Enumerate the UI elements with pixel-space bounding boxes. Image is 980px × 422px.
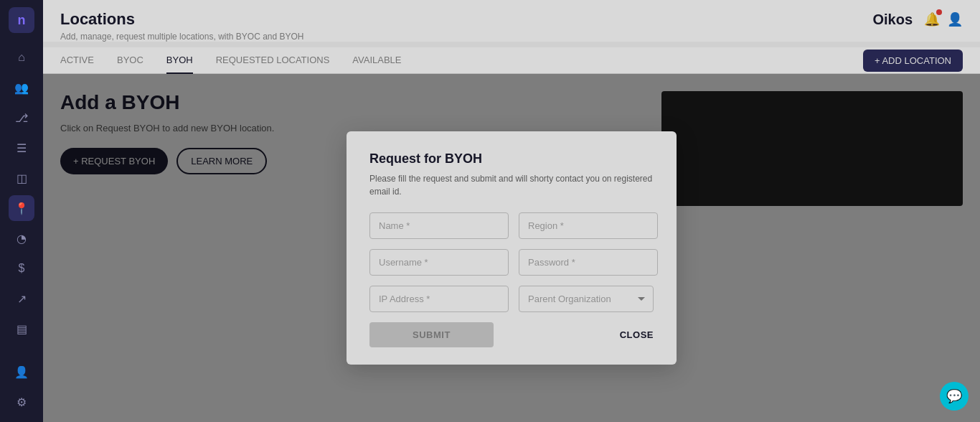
parent-org-select[interactable]: Parent Organization Option 1 Option 2 <box>519 286 654 312</box>
header-right: Oikos 🔔 👤 <box>872 11 963 28</box>
add-location-button[interactable]: + ADD LOCATION <box>863 50 963 72</box>
sidebar-item-dollar[interactable]: $ <box>9 255 34 281</box>
form-row-1 <box>369 212 654 239</box>
close-button[interactable]: CLOSE <box>620 329 654 340</box>
tab-byoh[interactable]: BYOH <box>166 47 193 74</box>
notification-badge <box>936 9 942 15</box>
logo-text: n <box>18 13 26 28</box>
ip-address-input[interactable] <box>369 286 509 312</box>
sidebar-item-branch[interactable]: ⎇ <box>9 105 34 131</box>
sidebar-item-layers[interactable]: ◫ <box>9 165 34 191</box>
form-row-3: Parent Organization Option 1 Option 2 <box>369 286 654 312</box>
user-avatar-icon[interactable]: 👤 <box>947 11 963 27</box>
sidebar-item-team[interactable]: 👤 <box>9 359 34 385</box>
header: Locations Oikos 🔔 👤 <box>43 0 980 29</box>
page-subtitle: Add, manage, request multiple locations,… <box>43 29 980 42</box>
password-input[interactable] <box>519 249 658 276</box>
sidebar-item-users[interactable]: 👥 <box>9 75 34 100</box>
tab-available[interactable]: AVAILABLE <box>352 47 401 74</box>
tab-active[interactable]: ACTIVE <box>60 47 94 74</box>
tab-byoc[interactable]: BYOC <box>117 47 143 74</box>
sidebar-item-settings[interactable]: ⚙ <box>9 389 34 415</box>
tab-bar: ACTIVE BYOC BYOH REQUESTED LOCATIONS AVA… <box>43 47 980 74</box>
sidebar-item-location[interactable]: 📍 <box>9 195 34 221</box>
chat-bubble-button[interactable]: 💬 <box>940 382 969 411</box>
sidebar-item-trend[interactable]: ↗ <box>9 286 34 311</box>
modal-title: Request for BYOH <box>369 151 654 167</box>
sidebar-item-list[interactable]: ☰ <box>9 135 34 161</box>
sidebar: n ⌂ 👥 ⎇ ☰ ◫ 📍 ◔ $ ↗ ▤ 👤 ⚙ <box>0 0 43 422</box>
main-content: Locations Oikos 🔔 👤 Add, manage, request… <box>43 0 980 422</box>
modal-actions: SUBMIT CLOSE <box>369 322 654 347</box>
username-input[interactable] <box>369 249 509 276</box>
form-row-2 <box>369 249 654 276</box>
header-icons: 🔔 👤 <box>924 11 963 27</box>
tabs-left: ACTIVE BYOC BYOH REQUESTED LOCATIONS AVA… <box>60 47 402 73</box>
sidebar-item-home[interactable]: ⌂ <box>9 44 34 70</box>
sidebar-item-chart[interactable]: ◔ <box>9 225 34 251</box>
page-title: Locations <box>60 10 135 29</box>
modal-description: Please fill the request and submit and w… <box>369 172 654 198</box>
content-area: Add a BYOH Click on Request BYOH to add … <box>43 74 980 422</box>
submit-button[interactable]: SUBMIT <box>369 322 494 347</box>
notification-icon[interactable]: 🔔 <box>924 11 940 27</box>
region-input[interactable] <box>519 212 658 239</box>
sidebar-item-inbox[interactable]: ▤ <box>9 316 34 342</box>
tab-requested-locations[interactable]: REQUESTED LOCATIONS <box>216 47 330 74</box>
request-byoh-modal: Request for BYOH Please fill the request… <box>347 131 677 365</box>
brand-name: Oikos <box>872 11 913 28</box>
modal-overlay: Request for BYOH Please fill the request… <box>43 74 980 422</box>
app-logo[interactable]: n <box>9 7 34 33</box>
name-input[interactable] <box>369 212 509 239</box>
